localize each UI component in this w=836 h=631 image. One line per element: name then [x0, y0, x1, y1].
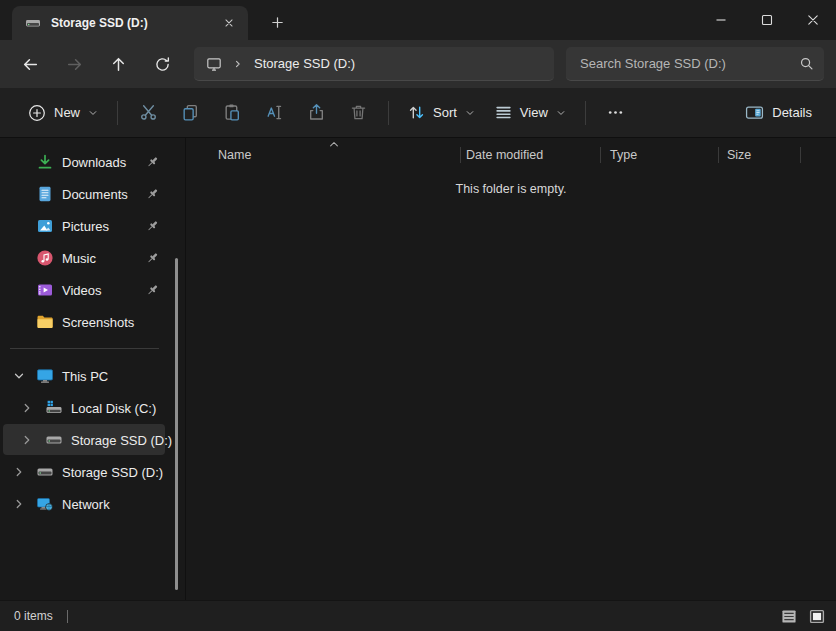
details-view-toggle[interactable] — [776, 605, 801, 627]
column-header-size[interactable]: Size — [727, 142, 751, 168]
chevron-right-icon[interactable] — [12, 497, 26, 511]
breadcrumb-location[interactable]: Storage SSD (D:) — [254, 56, 355, 71]
sidebar-item-screenshots[interactable]: Screenshots — [3, 306, 165, 337]
sidebar-divider — [10, 348, 159, 349]
file-list-pane: Name Date modified Type Size This folder… — [186, 138, 836, 600]
drive-icon — [45, 431, 63, 449]
sidebar-item-network[interactable]: Network — [3, 488, 165, 519]
view-button[interactable]: View — [485, 95, 576, 131]
downloads-icon — [36, 153, 54, 171]
large-thumbnails-view-toggle[interactable] — [804, 605, 829, 627]
minimize-button[interactable] — [698, 0, 744, 40]
file-explorer-window: Storage SSD (D:) — [0, 0, 836, 631]
window-controls — [698, 0, 836, 40]
address-bar[interactable]: Storage SSD (D:) — [194, 47, 554, 81]
column-separator[interactable] — [800, 147, 801, 163]
sidebar-item-label: Pictures — [62, 218, 109, 233]
videos-icon — [36, 281, 54, 299]
drive-icon — [36, 463, 54, 481]
tab-storage-ssd[interactable]: Storage SSD (D:) — [12, 6, 248, 40]
back-button[interactable] — [12, 46, 48, 82]
paste-button[interactable] — [211, 95, 253, 131]
sort-button[interactable]: Sort — [398, 95, 485, 131]
refresh-button[interactable] — [144, 46, 180, 82]
details-button-label: Details — [772, 105, 812, 120]
tab-close-icon[interactable] — [218, 12, 240, 34]
tab-title: Storage SSD (D:) — [51, 16, 208, 30]
sidebar-item-storage-ssd-d-selected[interactable]: Storage SSD (D:) — [3, 424, 165, 455]
chevron-right-icon[interactable] — [20, 433, 34, 447]
toolbar-separator — [117, 101, 118, 125]
close-button[interactable] — [790, 0, 836, 40]
forward-button[interactable] — [56, 46, 92, 82]
item-count: 0 items — [14, 609, 53, 623]
empty-folder-message: This folder is empty. — [186, 182, 836, 196]
maximize-button[interactable] — [744, 0, 790, 40]
sidebar-item-local-disk-c[interactable]: Local Disk (C:) — [3, 392, 165, 423]
sidebar-item-music[interactable]: Music — [3, 242, 165, 273]
chevron-down-icon[interactable] — [12, 369, 26, 383]
rename-button[interactable] — [253, 95, 295, 131]
chevron-right-icon[interactable] — [20, 401, 34, 415]
details-pane-button[interactable]: Details — [735, 95, 822, 131]
documents-icon — [36, 185, 54, 203]
sort-button-label: Sort — [433, 105, 457, 120]
titlebar: Storage SSD (D:) — [0, 0, 836, 40]
pin-icon — [145, 186, 160, 201]
column-separator[interactable] — [718, 147, 719, 163]
sidebar-item-label: Videos — [62, 282, 102, 297]
search-icon[interactable] — [799, 56, 814, 71]
new-tab-button[interactable] — [262, 7, 292, 37]
more-options-button[interactable] — [595, 95, 637, 131]
toolbar-separator — [585, 101, 586, 125]
copy-button[interactable] — [169, 95, 211, 131]
sidebar-item-videos[interactable]: Videos — [3, 274, 165, 305]
sidebar-item-label: Documents — [62, 186, 128, 201]
sort-ascending-icon — [328, 139, 340, 149]
column-separator[interactable] — [600, 147, 601, 163]
pin-icon — [145, 282, 160, 297]
column-header-date-modified[interactable]: Date modified — [466, 142, 543, 168]
sidebar-item-label: Local Disk (C:) — [71, 400, 156, 415]
new-button[interactable]: New — [18, 95, 108, 131]
sidebar-scrollbar[interactable] — [175, 258, 178, 590]
chevron-down-icon — [465, 108, 475, 118]
sidebar: Downloads Documents Pictures — [0, 138, 186, 600]
sort-arrows-icon — [408, 104, 425, 121]
delete-button[interactable] — [337, 95, 379, 131]
pictures-icon — [36, 217, 54, 235]
column-separator[interactable] — [460, 147, 461, 163]
command-toolbar: New Sort — [0, 88, 836, 138]
up-button[interactable] — [100, 46, 136, 82]
view-lines-icon — [495, 104, 512, 121]
sidebar-item-label: Storage SSD (D:) — [62, 464, 163, 479]
chevron-right-icon[interactable] — [12, 465, 26, 479]
share-button[interactable] — [295, 95, 337, 131]
pin-icon — [145, 218, 160, 233]
status-bar: 0 items — [0, 600, 836, 631]
breadcrumb-chevron-icon[interactable] — [232, 58, 244, 70]
network-icon — [36, 495, 54, 513]
sidebar-item-label: This PC — [62, 368, 108, 383]
pin-icon — [145, 250, 160, 265]
column-header-name[interactable]: Name — [218, 142, 251, 168]
navigation-bar: Storage SSD (D:) — [0, 40, 836, 88]
sidebar-item-pictures[interactable]: Pictures — [3, 210, 165, 241]
music-icon — [36, 249, 54, 267]
search-input[interactable] — [580, 56, 799, 71]
search-box[interactable] — [566, 47, 824, 81]
column-header-type[interactable]: Type — [610, 142, 637, 168]
view-button-label: View — [520, 105, 548, 120]
sidebar-item-storage-ssd-d[interactable]: Storage SSD (D:) — [3, 456, 165, 487]
folder-icon — [36, 313, 54, 331]
local-disk-icon — [45, 399, 63, 417]
drive-icon — [25, 15, 41, 31]
sidebar-item-downloads[interactable]: Downloads — [3, 146, 165, 177]
sidebar-item-documents[interactable]: Documents — [3, 178, 165, 209]
this-pc-breadcrumb-icon[interactable] — [206, 56, 222, 72]
column-headers: Name Date modified Type Size — [186, 142, 822, 168]
cut-button[interactable] — [127, 95, 169, 131]
new-button-label: New — [54, 105, 80, 120]
toolbar-separator — [388, 101, 389, 125]
sidebar-item-this-pc[interactable]: This PC — [3, 360, 165, 391]
